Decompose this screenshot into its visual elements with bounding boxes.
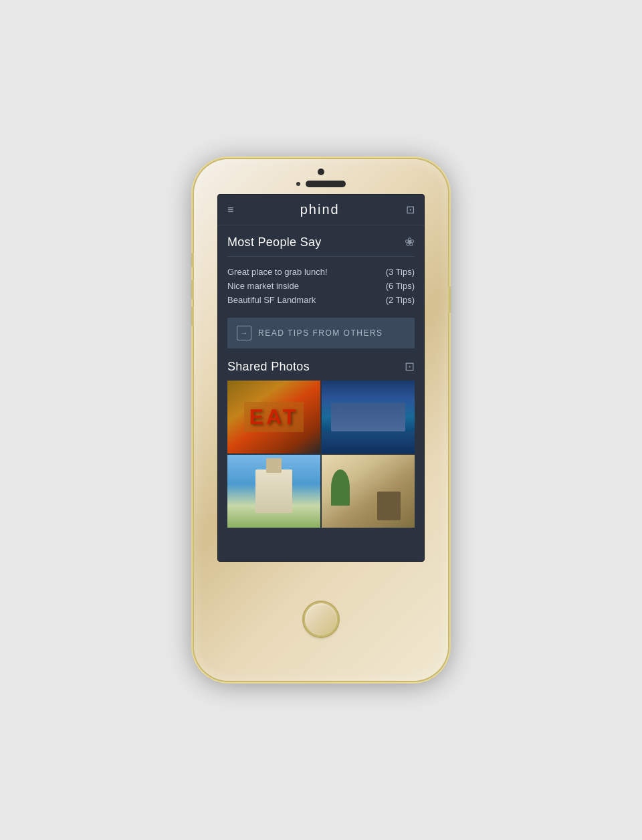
sensor-dot xyxy=(296,182,300,186)
phone-screen: ≡ phind ⊡ Most People Say ❀ Great place … xyxy=(217,194,425,562)
people-icon: ❀ xyxy=(405,235,415,249)
app-title: phind xyxy=(300,202,340,217)
tip-text-1: Great place to grab lunch! xyxy=(227,267,328,277)
tip-text-3: Beautiful SF Landmark xyxy=(227,295,316,305)
speaker-grille xyxy=(306,181,346,187)
read-tips-button[interactable]: → READ TIPS FROM OTHERS xyxy=(227,318,415,348)
tip-item-3: Beautiful SF Landmark (2 Tips) xyxy=(227,293,415,307)
camera-section-icon: ⊡ xyxy=(405,359,415,374)
photos-grid xyxy=(227,381,415,528)
front-camera xyxy=(318,169,324,175)
shared-photos-title: Shared Photos xyxy=(227,360,310,374)
section-divider xyxy=(227,256,415,257)
phone-top xyxy=(194,159,448,194)
most-people-title: Most People Say xyxy=(227,235,322,249)
photo-market[interactable] xyxy=(322,455,415,528)
phone-device: ≡ phind ⊡ Most People Say ❀ Great place … xyxy=(194,159,448,681)
photo-tower[interactable] xyxy=(227,455,320,528)
tip-item-1: Great place to grab lunch! (3 Tips) xyxy=(227,265,415,279)
tip-count-2: (6 Tips) xyxy=(386,281,415,291)
volume-up-button xyxy=(191,280,194,300)
shared-photos-header: Shared Photos ⊡ xyxy=(227,359,415,374)
phone-bottom xyxy=(304,562,338,681)
tip-count-3: (2 Tips) xyxy=(386,295,415,305)
power-button xyxy=(448,286,451,313)
arrow-icon: → xyxy=(240,328,248,338)
silent-switch xyxy=(191,253,194,268)
tip-text-2: Nice market inside xyxy=(227,281,299,291)
arrow-box: → xyxy=(237,326,251,340)
read-tips-label: READ TIPS FROM OTHERS xyxy=(258,328,383,338)
menu-icon[interactable]: ≡ xyxy=(227,204,233,216)
photo-waterfront[interactable] xyxy=(322,381,415,453)
most-people-section: Most People Say ❀ Great place to grab lu… xyxy=(218,225,424,348)
tips-list: Great place to grab lunch! (3 Tips) Nice… xyxy=(227,265,415,310)
volume-down-button xyxy=(191,306,194,326)
home-button[interactable] xyxy=(304,602,338,637)
tip-item-2: Nice market inside (6 Tips) xyxy=(227,279,415,293)
header-camera-icon[interactable]: ⊡ xyxy=(406,203,415,216)
speaker-row xyxy=(296,181,346,187)
shared-photos-section: Shared Photos ⊡ xyxy=(218,350,424,528)
most-people-header: Most People Say ❀ xyxy=(227,235,415,249)
photo-eat[interactable] xyxy=(227,381,320,453)
tip-count-1: (3 Tips) xyxy=(386,267,415,277)
app-header: ≡ phind ⊡ xyxy=(218,195,424,225)
